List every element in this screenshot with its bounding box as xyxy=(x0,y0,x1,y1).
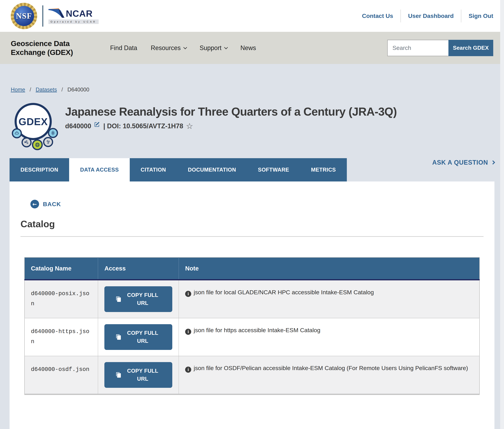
catalog-heading: Catalog xyxy=(20,218,484,229)
note-text: json file for https accessible Intake-ES… xyxy=(194,327,320,333)
copy-icon xyxy=(116,372,122,378)
dataset-header: GDEX xyxy=(11,103,493,148)
content-panel: ← BACK Catalog Catalog Name Access Note … xyxy=(9,181,495,429)
copy-full-url-button[interactable]: COPY FULL URL xyxy=(104,362,172,388)
copy-button-label: COPY FULL URL xyxy=(124,329,161,345)
breadcrumb-home[interactable]: Home xyxy=(11,87,25,93)
catalog-table: Catalog Name Access Note d640000-posix.j… xyxy=(24,257,480,395)
tabs-row: DESCRIPTION DATA ACCESS CITATION DOCUMEN… xyxy=(9,158,495,181)
access-cell: COPY FULL URL xyxy=(98,280,179,318)
heading-divider xyxy=(20,236,484,237)
logo-group: NSF NCAR Operated by UCAR xyxy=(11,3,99,29)
tab-documentation[interactable]: DOCUMENTATION xyxy=(177,158,247,181)
user-dashboard-link[interactable]: User Dashboard xyxy=(401,12,461,19)
breadcrumb-separator: / xyxy=(61,87,63,93)
dataset-titles: Japanese Reanalysis for Three Quarters o… xyxy=(65,103,397,130)
nav-item-support[interactable]: Support xyxy=(200,44,227,52)
tab-description[interactable]: DESCRIPTION xyxy=(9,158,69,181)
chevron-down-icon xyxy=(224,45,228,49)
logo-divider xyxy=(42,5,43,27)
cloud-icon xyxy=(12,128,22,138)
search-gdex-button[interactable]: Search GDEX xyxy=(448,40,493,56)
top-header: NSF NCAR Operated by UCAR Contact Us Use… xyxy=(0,0,504,32)
note-cell: ijson file for https accessible Intake-E… xyxy=(179,318,479,356)
chevron-down-icon xyxy=(183,45,187,49)
sign-out-link[interactable]: Sign Out xyxy=(461,12,493,19)
nav-item-label: Resources xyxy=(151,44,181,52)
star-icon[interactable]: ☆ xyxy=(186,122,193,130)
utility-nav: Contact Us User Dashboard Sign Out xyxy=(355,9,493,22)
contact-us-link[interactable]: Contact Us xyxy=(355,12,400,19)
dataset-meta: d640000 | DOI: 10.5065/AVTZ-1H78 ☆ xyxy=(65,122,397,130)
catalog-table-header: Catalog Name Access Note xyxy=(25,258,479,280)
wind-icon xyxy=(22,137,32,147)
main-navbar: Geoscience Data Exchange (GDEX) Find Dat… xyxy=(0,32,504,64)
note-cell: ijson file for OSDF/Pelican accessible I… xyxy=(179,356,479,394)
note-text: json file for local GLADE/NCAR HPC acces… xyxy=(194,289,374,295)
nav-item-news[interactable]: News xyxy=(240,44,256,52)
ask-a-question-link[interactable]: ASK A QUESTION xyxy=(432,159,495,166)
gdex-logo: GDEX xyxy=(11,103,57,148)
search-group: Search GDEX xyxy=(387,40,493,56)
table-row: d640000-https.json COPY FULL URL ijson f… xyxy=(25,318,479,356)
globe-icon xyxy=(32,139,43,150)
breadcrumb: Home / Datasets / D640000 xyxy=(11,87,493,93)
tab-software[interactable]: SOFTWARE xyxy=(247,158,300,181)
nav-item-label: Support xyxy=(200,44,221,52)
column-header-catalog-name: Catalog Name xyxy=(25,258,98,280)
nsf-logo[interactable]: NSF xyxy=(11,3,37,29)
catalog-name-cell: d640000-https.json xyxy=(25,318,98,356)
breadcrumb-current: D640000 xyxy=(67,87,89,93)
scrollbar[interactable] xyxy=(500,0,504,429)
ncar-logo-top: NCAR xyxy=(48,8,99,18)
edit-icon[interactable] xyxy=(94,122,100,127)
nav-menu: Find Data Resources Support News xyxy=(110,44,256,52)
note-cell: ijson file for local GLADE/NCAR HPC acce… xyxy=(179,280,479,318)
arrow-left-icon: ← xyxy=(30,200,39,208)
gdex-logo-text: GDEX xyxy=(18,116,48,127)
page-title: Japanese Reanalysis for Three Quarters o… xyxy=(65,105,397,118)
column-header-note: Note xyxy=(179,258,479,280)
copy-button-label: COPY FULL URL xyxy=(124,291,161,307)
nav-item-label: News xyxy=(240,44,256,52)
table-row: d640000-posix.json COPY FULL URL ijson f… xyxy=(25,280,479,318)
tab-citation[interactable]: CITATION xyxy=(130,158,177,181)
ncar-swoosh-icon xyxy=(48,8,64,18)
copy-icon xyxy=(116,296,122,302)
tab-metrics[interactable]: METRICS xyxy=(300,158,347,181)
breadcrumb-datasets[interactable]: Datasets xyxy=(36,87,57,93)
access-cell: COPY FULL URL xyxy=(98,356,179,394)
copy-full-url-button[interactable]: COPY FULL URL xyxy=(104,286,172,312)
column-header-access: Access xyxy=(98,258,179,280)
back-button[interactable]: ← BACK xyxy=(30,200,61,208)
breadcrumb-separator: / xyxy=(30,87,31,93)
catalog-name-cell: d640000-osdf.json xyxy=(25,356,98,394)
copy-button-label: COPY FULL URL xyxy=(124,367,161,383)
ncar-logo-text: NCAR xyxy=(66,9,93,18)
copy-icon xyxy=(116,334,122,340)
site-title[interactable]: Geoscience Data Exchange (GDEX) xyxy=(11,39,98,57)
tab-data-access[interactable]: DATA ACCESS xyxy=(69,158,130,181)
chevron-right-icon xyxy=(491,160,495,164)
copy-full-url-button[interactable]: COPY FULL URL xyxy=(104,324,172,350)
nav-item-resources[interactable]: Resources xyxy=(151,44,186,52)
catalog-name-cell: d640000-posix.json xyxy=(25,280,98,318)
info-icon: i xyxy=(185,329,191,335)
nsf-logo-text: NSF xyxy=(14,6,34,26)
back-label: BACK xyxy=(43,201,61,207)
dataset-id: d640000 xyxy=(65,122,91,130)
search-input[interactable] xyxy=(387,40,448,56)
info-icon: i xyxy=(185,291,191,297)
tab-bar: DESCRIPTION DATA ACCESS CITATION DOCUMEN… xyxy=(9,158,347,181)
access-cell: COPY FULL URL xyxy=(98,318,179,356)
nav-item-label: Find Data xyxy=(110,44,137,52)
nav-item-find-data[interactable]: Find Data xyxy=(110,44,137,52)
table-row: d640000-osdf.json COPY FULL URL ijson fi… xyxy=(25,356,479,394)
ncar-tagline: Operated by UCAR xyxy=(48,19,99,24)
note-text: json file for OSDF/Pelican accessible In… xyxy=(194,365,468,371)
info-icon: i xyxy=(185,366,191,373)
ask-a-question-label: ASK A QUESTION xyxy=(432,159,488,166)
ncar-logo[interactable]: NCAR Operated by UCAR xyxy=(48,8,99,24)
dataset-doi: | DOI: 10.5065/AVTZ-1H78 xyxy=(103,122,183,130)
snowflake-icon xyxy=(48,128,58,138)
